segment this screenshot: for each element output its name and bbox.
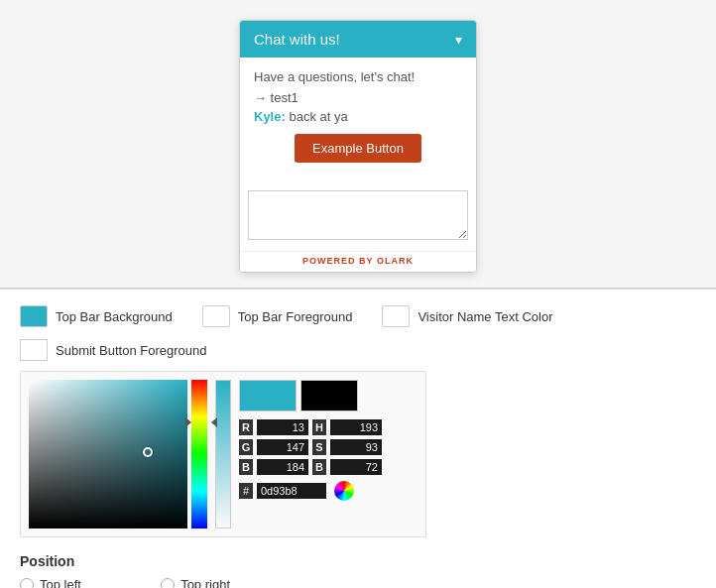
position-top-right[interactable]: Top right xyxy=(161,577,250,588)
color-pickers-row: Top Bar Background Top Bar Foreground Vi… xyxy=(20,305,696,327)
position-top-left[interactable]: Top left xyxy=(20,577,101,588)
s-input[interactable] xyxy=(330,439,382,455)
hue-slider-container xyxy=(191,380,211,529)
hex-row: # xyxy=(239,481,382,501)
r-label: R xyxy=(239,419,253,435)
position-col-right: Top right Bottom right xyxy=(161,577,250,588)
h-input[interactable] xyxy=(330,419,382,435)
r-h-row: R H xyxy=(239,419,382,435)
hue-slider[interactable] xyxy=(191,380,207,529)
chat-agent-name: Kyle: xyxy=(254,109,286,124)
color-preview-current xyxy=(239,380,297,412)
color-values: R H G S B B # xyxy=(239,380,382,529)
powered-by-prefix: POWERED BY xyxy=(302,256,374,266)
b-input[interactable] xyxy=(257,459,308,475)
hex-label: # xyxy=(239,483,253,499)
position-top-left-label: Top left xyxy=(40,577,81,588)
position-col-left: Top left Bottom left xyxy=(20,577,101,588)
example-button[interactable]: Example Button xyxy=(295,134,421,163)
visitor-name-swatch xyxy=(382,305,410,327)
radio-top-left xyxy=(20,578,34,589)
chat-greeting: Have a questions, let's chat! xyxy=(254,69,462,84)
g-s-row: G S xyxy=(239,439,382,455)
chat-header[interactable]: Chat with us! ▾ xyxy=(240,21,476,58)
b2-input[interactable] xyxy=(330,459,382,475)
color-preview-row xyxy=(239,380,382,412)
submit-btn-fg-swatch xyxy=(20,339,48,361)
s-label: S xyxy=(312,439,326,455)
position-top-right-label: Top right xyxy=(180,577,230,588)
spectrum-cursor xyxy=(143,447,153,457)
h-label: H xyxy=(312,419,326,435)
b-label: B xyxy=(239,459,253,475)
radio-top-right xyxy=(161,578,175,589)
visitor-name-option[interactable]: Visitor Name Text Color xyxy=(382,305,552,327)
color-picker-panel: R H G S B B # xyxy=(20,371,426,537)
chat-visitor-message: → test1 xyxy=(254,90,462,105)
visitor-name-label: Visitor Name Text Color xyxy=(418,309,552,324)
g-input[interactable] xyxy=(257,439,308,455)
top-bar-bg-swatch xyxy=(20,305,48,327)
spectrum-box[interactable] xyxy=(29,380,187,529)
hue-arrow-left xyxy=(185,417,191,427)
hue-arrow-right xyxy=(211,417,217,427)
position-label: Position xyxy=(20,553,696,569)
g-label: G xyxy=(239,439,253,455)
b-b-row: B B xyxy=(239,459,382,475)
palette-icon[interactable] xyxy=(334,481,354,501)
position-options: Top left Bottom left Top right Bottom xyxy=(20,577,696,588)
color-preview-original xyxy=(300,380,358,412)
chat-header-chevron: ▾ xyxy=(455,32,462,48)
chat-textarea[interactable] xyxy=(248,190,468,240)
chat-agent-message: Kyle: back at ya xyxy=(254,109,462,124)
chat-widget: Chat with us! ▾ Have a questions, let's … xyxy=(239,20,477,273)
top-bar-fg-label: Top Bar Foreground xyxy=(238,309,353,324)
top-bar-fg-swatch xyxy=(202,305,230,327)
chat-agent-text: back at ya xyxy=(289,109,347,124)
preview-area: Chat with us! ▾ Have a questions, let's … xyxy=(0,0,716,289)
alpha-slider[interactable] xyxy=(215,380,231,529)
top-bar-fg-option[interactable]: Top Bar Foreground xyxy=(202,305,353,327)
powered-by-brand: OLARK xyxy=(377,256,414,266)
top-bar-bg-label: Top Bar Background xyxy=(56,309,173,324)
settings-area: Top Bar Background Top Bar Foreground Vi… xyxy=(0,290,716,588)
r-input[interactable] xyxy=(257,419,308,435)
chat-header-title: Chat with us! xyxy=(254,31,340,48)
b2-label: B xyxy=(312,459,326,475)
chat-body: Have a questions, let's chat! → test1 Ky… xyxy=(240,58,476,182)
chat-input-area xyxy=(240,182,476,251)
hex-input[interactable] xyxy=(257,483,326,499)
position-section: Position Top left Bottom left Top right xyxy=(20,553,696,588)
submit-btn-fg-label: Submit Button Foreground xyxy=(56,343,206,358)
top-bar-bg-option[interactable]: Top Bar Background xyxy=(20,305,173,327)
chat-powered-by: POWERED BY OLARK xyxy=(240,251,476,272)
